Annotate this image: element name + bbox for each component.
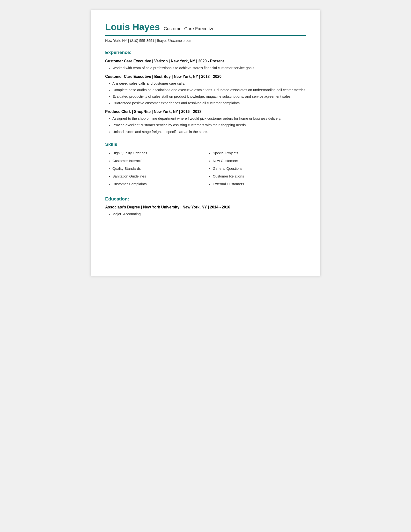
job-1-bullets: Worked with team of sale professionals t… xyxy=(105,65,306,71)
job-title-header: Customer Care Executive xyxy=(164,26,215,31)
list-item: Answered sales calls and customer care c… xyxy=(112,81,306,86)
list-item: Provide excellent customer service by as… xyxy=(112,122,306,128)
list-item: Major: Accounting xyxy=(112,211,306,217)
list-item: High Quality Offerings xyxy=(112,150,206,156)
list-item: Guaranteed positive customer experiences… xyxy=(112,100,306,106)
list-item: General Questions xyxy=(213,166,306,171)
list-item: Complete case audits on escalations and … xyxy=(112,87,306,93)
list-item: New Customers xyxy=(213,158,306,163)
edu-title-line-1: Associate's Degree | New York University… xyxy=(105,205,306,209)
skills-left-column: High Quality Offerings Customer Interact… xyxy=(105,150,206,189)
job-3-bullets: Assigned to the shop on line department … xyxy=(105,116,306,134)
skills-section-title: Skills xyxy=(105,142,306,147)
list-item: Customer Interaction xyxy=(112,158,206,163)
list-item: Customer Complaints xyxy=(112,181,206,187)
experience-section: Experience: Customer Care Executive | Ve… xyxy=(105,50,306,134)
resume-container: Louis Hayes Customer Care Executive New … xyxy=(91,10,320,276)
list-item: Customer Relations xyxy=(213,174,306,179)
list-item: Sanitation Guidelines xyxy=(112,174,206,179)
edu-1-bullets: Major: Accounting xyxy=(105,211,306,217)
job-title-line-1: Customer Care Executive | Verizon | New … xyxy=(105,59,306,63)
job-title-line-3: Produce Clerk | ShopRite | New York, NY … xyxy=(105,110,306,114)
skills-right-column: Special Projects New Customers General Q… xyxy=(206,150,306,189)
skills-section: Skills High Quality Offerings Customer I… xyxy=(105,142,306,189)
job-title-line-2: Customer Care Executive | Best Buy | New… xyxy=(105,75,306,79)
name-title-row: Louis Hayes Customer Care Executive xyxy=(105,22,306,32)
job-2-bullets: Answered sales calls and customer care c… xyxy=(105,81,306,106)
list-item: Worked with team of sale professionals t… xyxy=(112,65,306,71)
list-item: Quality Standards xyxy=(112,166,206,171)
education-section: Education: Associate's Degree | New York… xyxy=(105,196,306,217)
header-section: Louis Hayes Customer Care Executive New … xyxy=(105,22,306,43)
list-item: Assigned to the shop on line department … xyxy=(112,116,306,121)
skills-grid: High Quality Offerings Customer Interact… xyxy=(105,150,306,189)
list-item: External Customers xyxy=(213,181,306,187)
full-name: Louis Hayes xyxy=(105,22,160,32)
list-item: Evaluated productivity of sales staff on… xyxy=(112,94,306,99)
list-item: Special Projects xyxy=(213,150,306,156)
header-divider xyxy=(105,35,306,36)
contact-info: New York, NY | (210) 555-3551 | lhayes@e… xyxy=(105,39,306,43)
list-item: Unload trucks and stage freight in speci… xyxy=(112,129,306,134)
education-section-title: Education: xyxy=(105,196,306,202)
experience-section-title: Experience: xyxy=(105,50,306,55)
